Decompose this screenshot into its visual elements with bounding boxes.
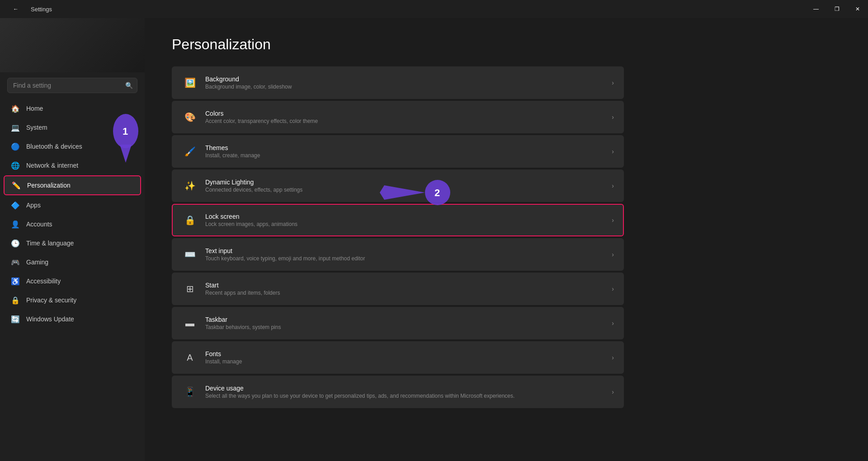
- personalization-icon: ✏️: [12, 181, 21, 190]
- chevron-right-icon: ›: [612, 251, 614, 258]
- sidebar-item-label: Gaming: [26, 259, 48, 266]
- start-icon: ⊞: [182, 281, 198, 297]
- search-icon: 🔍: [125, 82, 133, 89]
- app-content: 🔍 🏠 Home 💻 System 🔵 Bluetooth & devices …: [0, 18, 868, 461]
- sidebar-item-gaming[interactable]: 🎮 Gaming: [4, 253, 141, 271]
- lock-screen-desc: Lock screen images, apps, animations: [205, 221, 604, 227]
- colors-title: Colors: [205, 110, 604, 117]
- text-input-desc: Touch keyboard, voice typing, emoji and …: [205, 255, 604, 262]
- bluetooth-icon: 🔵: [11, 142, 20, 151]
- lock-screen-title: Lock screen: [205, 213, 604, 220]
- sidebar-item-accessibility[interactable]: ♿ Accessibility: [4, 272, 141, 290]
- privacy-icon: 🔒: [11, 296, 20, 305]
- chevron-right-icon: ›: [612, 182, 614, 189]
- sidebar-item-label: Personalization: [27, 182, 71, 189]
- start-title: Start: [205, 282, 604, 289]
- themes-desc: Install, create, manage: [205, 152, 604, 159]
- background-desc: Background image, color, slideshow: [205, 84, 604, 90]
- sidebar-item-apps[interactable]: 🔷 Apps: [4, 196, 141, 214]
- sidebar-item-label: Accounts: [26, 221, 52, 228]
- sidebar-item-label: Accessibility: [26, 278, 61, 285]
- settings-item-text-input[interactable]: ⌨️ Text input Touch keyboard, voice typi…: [172, 238, 624, 271]
- network-icon: 🌐: [11, 161, 20, 170]
- taskbar-icon: ▬: [182, 315, 198, 331]
- start-desc: Recent apps and items, folders: [205, 290, 604, 296]
- home-icon: 🏠: [11, 104, 20, 113]
- sidebar-item-update[interactable]: 🔄 Windows Update: [4, 310, 141, 328]
- background-title: Background: [205, 75, 604, 83]
- settings-item-lock-screen[interactable]: 🔒 Lock screen Lock screen images, apps, …: [172, 204, 624, 236]
- title-bar: ← Settings — ❐ ✕: [0, 0, 868, 18]
- sidebar-item-time[interactable]: 🕒 Time & language: [4, 234, 141, 252]
- sidebar-item-label: Apps: [26, 202, 41, 209]
- chevron-right-icon: ›: [612, 285, 614, 292]
- colors-icon: 🎨: [182, 109, 198, 125]
- settings-list: 🖼️ Background Background image, color, s…: [172, 66, 624, 408]
- settings-item-start[interactable]: ⊞ Start Recent apps and items, folders ›: [172, 273, 624, 305]
- taskbar-desc: Taskbar behaviors, system pins: [205, 324, 604, 330]
- dynamic-lighting-desc: Connected devices, effects, app settings: [205, 187, 604, 193]
- chevron-right-icon: ›: [612, 388, 614, 395]
- dynamic-lighting-title: Dynamic Lighting: [205, 179, 604, 186]
- sidebar-item-label: Home: [26, 105, 43, 112]
- accounts-icon: 👤: [11, 220, 20, 229]
- minimize-button[interactable]: —: [806, 0, 826, 18]
- chevron-right-icon: ›: [612, 79, 614, 86]
- themes-icon: 🖌️: [182, 143, 198, 160]
- fonts-desc: Install, manage: [205, 358, 604, 365]
- chevron-right-icon: ›: [612, 354, 614, 361]
- close-button[interactable]: ✕: [847, 0, 868, 18]
- chevron-right-icon: ›: [612, 148, 614, 155]
- main-content: Personalization 🖼️ Background Background…: [145, 18, 868, 461]
- text-input-title: Text input: [205, 247, 604, 254]
- device-usage-icon: 📱: [182, 384, 198, 400]
- colors-desc: Accent color, transparency effects, colo…: [205, 118, 604, 124]
- sidebar-item-personalization[interactable]: ✏️ Personalization: [4, 175, 141, 195]
- background-icon: 🖼️: [182, 75, 198, 91]
- maximize-button[interactable]: ❐: [826, 0, 847, 18]
- sidebar-item-label: Time & language: [26, 240, 74, 247]
- device-usage-title: Device usage: [205, 385, 604, 392]
- profile-section: [0, 18, 145, 72]
- update-icon: 🔄: [11, 315, 20, 324]
- sidebar-item-network[interactable]: 🌐 Network & internet: [4, 156, 141, 174]
- sidebar-item-label: Bluetooth & devices: [26, 143, 82, 150]
- time-icon: 🕒: [11, 239, 20, 248]
- dynamic-lighting-icon: ✨: [182, 178, 198, 194]
- settings-item-dynamic-lighting[interactable]: ✨ Dynamic Lighting Connected devices, ef…: [172, 169, 624, 202]
- sidebar-item-bluetooth[interactable]: 🔵 Bluetooth & devices: [4, 137, 141, 155]
- chevron-right-icon: ›: [612, 320, 614, 327]
- sidebar-item-label: System: [26, 124, 47, 131]
- text-input-icon: ⌨️: [182, 246, 198, 263]
- sidebar-item-system[interactable]: 💻 System: [4, 118, 141, 136]
- settings-item-taskbar[interactable]: ▬ Taskbar Taskbar behaviors, system pins…: [172, 307, 624, 339]
- sidebar-item-privacy[interactable]: 🔒 Privacy & security: [4, 291, 141, 309]
- device-usage-desc: Select all the ways you plan to use your…: [205, 393, 604, 399]
- chevron-right-icon: ›: [612, 113, 614, 121]
- lock-screen-icon: 🔒: [182, 212, 198, 228]
- sidebar-item-label: Privacy & security: [26, 296, 76, 304]
- sidebar-nav: 🏠 Home 💻 System 🔵 Bluetooth & devices 🌐 …: [0, 99, 145, 329]
- sidebar-item-label: Windows Update: [26, 315, 74, 323]
- system-icon: 💻: [11, 123, 20, 132]
- settings-item-fonts[interactable]: A Fonts Install, manage ›: [172, 341, 624, 374]
- fonts-icon: A: [182, 349, 198, 366]
- settings-item-colors[interactable]: 🎨 Colors Accent color, transparency effe…: [172, 101, 624, 133]
- back-button[interactable]: ←: [5, 0, 26, 18]
- search-box[interactable]: 🔍: [7, 78, 137, 93]
- sidebar: 🔍 🏠 Home 💻 System 🔵 Bluetooth & devices …: [0, 18, 145, 461]
- settings-item-themes[interactable]: 🖌️ Themes Install, create, manage ›: [172, 135, 624, 168]
- sidebar-item-accounts[interactable]: 👤 Accounts: [4, 215, 141, 233]
- sidebar-item-label: Network & internet: [26, 162, 78, 169]
- settings-item-background[interactable]: 🖼️ Background Background image, color, s…: [172, 66, 624, 99]
- settings-item-device-usage[interactable]: 📱 Device usage Select all the ways you p…: [172, 376, 624, 408]
- chevron-right-icon: ›: [612, 216, 614, 224]
- taskbar-title: Taskbar: [205, 316, 604, 323]
- window-controls: — ❐ ✕: [806, 0, 868, 18]
- accessibility-icon: ♿: [11, 277, 20, 286]
- search-input[interactable]: [7, 78, 137, 93]
- apps-icon: 🔷: [11, 201, 20, 210]
- gaming-icon: 🎮: [11, 258, 20, 267]
- sidebar-item-home[interactable]: 🏠 Home: [4, 99, 141, 118]
- fonts-title: Fonts: [205, 350, 604, 358]
